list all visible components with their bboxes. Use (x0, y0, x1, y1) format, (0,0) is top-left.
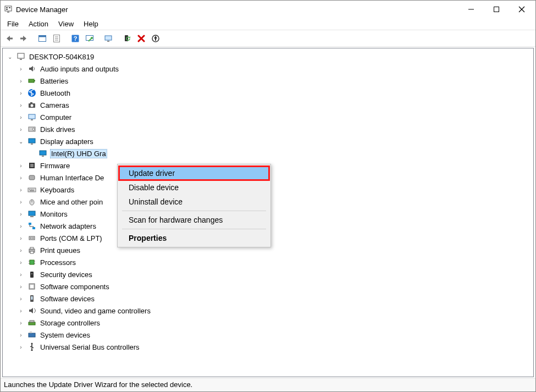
app-icon (4, 5, 13, 14)
tree-category-node[interactable]: › Disk drives (17, 123, 532, 135)
svg-rect-75 (30, 332, 32, 333)
chevron-right-icon[interactable]: › (17, 186, 25, 194)
chevron-right-icon[interactable]: › (17, 77, 25, 85)
tree-category-node[interactable]: › Bluetooth (17, 87, 532, 99)
tree-category-node[interactable]: › Human Interface De (17, 172, 532, 184)
tree-category-node[interactable]: › Ports (COM & LPT) (17, 232, 532, 244)
computer-root-icon (16, 52, 26, 62)
chevron-right-icon[interactable]: › (17, 343, 25, 351)
chevron-right-icon[interactable]: › (17, 162, 25, 169)
tree-category-node[interactable]: › Monitors (17, 208, 532, 220)
tree-category-node[interactable]: › Firmware (17, 159, 532, 172)
svg-rect-54 (32, 227, 35, 229)
svg-point-56 (30, 238, 31, 239)
tree-node-label: Disk drives (39, 125, 76, 134)
toolbar-help-button[interactable]: ? (69, 32, 82, 45)
toolbar-uninstall-button[interactable] (135, 32, 148, 45)
svg-rect-60 (30, 251, 34, 253)
svg-point-31 (31, 104, 34, 107)
toolbar-properties-button[interactable] (50, 32, 63, 45)
maximize-button[interactable] (484, 1, 509, 18)
toolbar-enable-button[interactable] (102, 32, 115, 45)
svg-point-36 (32, 128, 35, 130)
chevron-right-icon[interactable]: › (17, 283, 25, 290)
tree-category-node[interactable]: › Software devices (17, 292, 532, 305)
tree-category-node[interactable]: ⌄ Display adapters (17, 135, 532, 147)
svg-rect-26 (20, 59, 22, 60)
minimize-button[interactable] (458, 1, 484, 18)
menu-action[interactable]: Action (24, 19, 53, 29)
tree-category-node[interactable]: › System devices (17, 329, 532, 341)
chevron-right-icon[interactable]: › (17, 222, 25, 230)
svg-rect-38 (31, 143, 33, 145)
tree-category-node[interactable]: › Print queues (17, 244, 532, 256)
svg-rect-52 (30, 216, 34, 217)
chevron-right-icon[interactable]: › (17, 174, 25, 181)
tree-category-node[interactable]: › Security devices (17, 268, 532, 280)
chevron-right-icon[interactable]: › (17, 125, 25, 133)
context-menu-item-scan-for-hardware-changes[interactable]: Scan for hardware changes (119, 213, 269, 227)
toolbar-disable-button[interactable] (149, 32, 162, 45)
menu-help[interactable]: Help (79, 19, 103, 29)
tree-category-node[interactable]: › Universal Serial Bus controllers (17, 341, 532, 353)
tree-node-label: Intel(R) UHD Gra (50, 149, 107, 158)
toolbar-scan-hardware-button[interactable] (83, 32, 96, 45)
toolbar-back-button[interactable] (3, 32, 16, 45)
svg-rect-4 (7, 12, 9, 13)
context-menu-item-uninstall-device[interactable]: Uninstall device (119, 195, 269, 209)
menu-file[interactable]: File (3, 19, 23, 29)
chevron-right-icon[interactable]: › (17, 210, 25, 218)
chevron-right-icon[interactable]: › (17, 89, 25, 97)
tree-root-node[interactable]: ⌄ DESKTOP-504K819 (6, 51, 532, 63)
context-menu-item-update-driver[interactable]: Update driver (119, 166, 269, 180)
toolbar-forward-button[interactable] (17, 32, 30, 45)
chevron-right-icon[interactable]: › (17, 258, 25, 266)
security-icon (27, 269, 37, 279)
tree-node-label: Monitors (39, 209, 69, 219)
chevron-right-icon[interactable]: › (17, 319, 25, 327)
tree-category-node[interactable]: › Storage controllers (17, 317, 532, 329)
tree-category-node[interactable]: › Software components (17, 280, 532, 292)
tree-node-label: Sound, video and game controllers (39, 306, 152, 316)
tree-category-node[interactable]: › Batteries (17, 75, 532, 87)
svg-rect-12 (39, 35, 46, 37)
svg-rect-42 (30, 164, 34, 167)
tree-category-node[interactable]: › Audio inputs and outputs (17, 63, 532, 75)
menu-view[interactable]: View (54, 19, 78, 29)
chevron-right-icon[interactable]: › (17, 101, 25, 109)
software-device-icon (27, 294, 37, 303)
chevron-right-icon[interactable]: › (17, 113, 25, 121)
tree-node-label: Software devices (39, 294, 96, 303)
chevron-down-icon[interactable]: ⌄ (6, 53, 14, 60)
context-menu-item-disable-device[interactable]: Disable device (119, 180, 269, 195)
chevron-right-icon[interactable]: › (17, 65, 25, 73)
chevron-right-icon[interactable]: › (17, 307, 25, 314)
close-button[interactable] (509, 1, 534, 18)
toolbar-update-driver-button[interactable] (120, 32, 134, 45)
chevron-right-icon[interactable]: › (17, 331, 25, 339)
chevron-down-icon[interactable]: ⌄ (17, 137, 25, 145)
printer-icon (27, 245, 37, 255)
tree-device-node[interactable]: Intel(R) UHD Gra (28, 147, 532, 159)
tree-category-node[interactable]: › Processors (17, 256, 532, 268)
tree-category-node[interactable]: › Keyboards (17, 184, 532, 196)
tree-category-node[interactable]: › Cameras (17, 99, 532, 111)
context-menu-item-properties[interactable]: Properties (119, 231, 269, 245)
tree-category-node[interactable]: › Network adapters (17, 220, 532, 232)
tree-category-node[interactable]: › Computer (17, 111, 532, 123)
tree-node-label: Storage controllers (39, 318, 101, 328)
tree-category-node[interactable]: › Sound, video and game controllers (17, 305, 532, 317)
chevron-right-icon[interactable]: › (17, 198, 25, 206)
svg-rect-47 (32, 189, 34, 190)
svg-rect-51 (29, 211, 35, 216)
toolbar-show-hidden-button[interactable] (36, 32, 49, 45)
bluetooth-icon (27, 88, 37, 98)
chevron-right-icon[interactable]: › (17, 246, 25, 254)
chevron-right-icon[interactable]: › (17, 295, 25, 302)
chevron-right-icon[interactable]: › (17, 270, 25, 278)
tree-category-node[interactable]: › Mice and other poin (17, 196, 532, 208)
display-adapter-icon (38, 148, 48, 158)
tree-node-label: Audio inputs and outputs (39, 64, 120, 74)
svg-rect-33 (29, 114, 35, 119)
chevron-right-icon[interactable]: › (17, 234, 25, 242)
